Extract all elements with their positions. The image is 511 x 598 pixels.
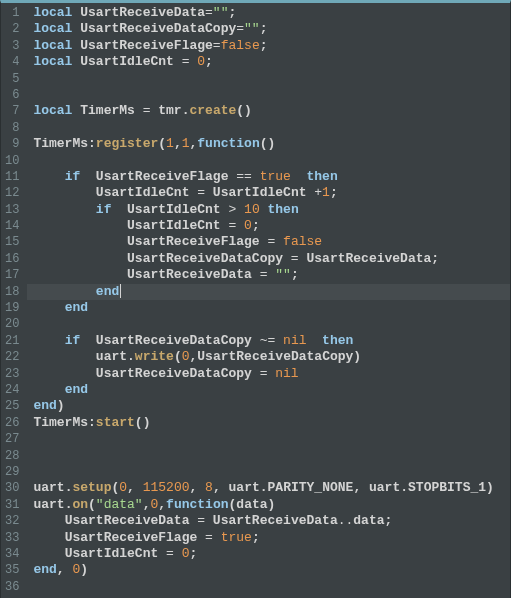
line-number: 12 [5, 185, 19, 201]
line-number: 24 [5, 382, 19, 398]
text-cursor [120, 284, 121, 298]
line-number: 25 [5, 398, 19, 414]
line-number: 8 [5, 120, 19, 136]
line-number: 15 [5, 234, 19, 250]
line-number: 26 [5, 415, 19, 431]
line-number: 28 [5, 448, 19, 464]
code-line[interactable]: if UsartReceiveDataCopy ~= nil then [33, 333, 510, 349]
code-line[interactable]: local UsartReceiveData=""; [33, 5, 510, 21]
line-number: 31 [5, 497, 19, 513]
code-editor[interactable]: 1234567891011121314151617181920212223242… [0, 0, 511, 598]
line-number: 36 [5, 579, 19, 595]
code-line[interactable]: TimerMs:register(1,1,function() [33, 136, 510, 152]
line-number: 7 [5, 103, 19, 119]
code-line[interactable] [33, 120, 510, 136]
line-number: 32 [5, 513, 19, 529]
line-number: 23 [5, 366, 19, 382]
code-line[interactable]: if UsartIdleCnt > 10 then [33, 202, 510, 218]
code-line[interactable] [33, 431, 510, 447]
code-line[interactable]: end [33, 300, 510, 316]
line-number: 27 [5, 431, 19, 447]
line-number: 5 [5, 71, 19, 87]
code-line[interactable]: uart.setup(0, 115200, 8, uart.PARITY_NON… [33, 480, 510, 496]
line-number: 21 [5, 333, 19, 349]
code-line[interactable]: UsartIdleCnt = UsartIdleCnt +1; [33, 185, 510, 201]
line-number: 4 [5, 54, 19, 70]
code-line[interactable]: local TimerMs = tmr.create() [33, 103, 510, 119]
line-number: 19 [5, 300, 19, 316]
line-number: 11 [5, 169, 19, 185]
line-number: 16 [5, 251, 19, 267]
line-number: 9 [5, 136, 19, 152]
code-line[interactable]: end, 0) [33, 562, 510, 578]
code-line[interactable]: UsartIdleCnt = 0; [33, 546, 510, 562]
line-number: 33 [5, 530, 19, 546]
line-number: 10 [5, 153, 19, 169]
line-number: 22 [5, 349, 19, 365]
code-line[interactable]: local UsartIdleCnt = 0; [33, 54, 510, 70]
code-line[interactable]: UsartReceiveData = ""; [33, 267, 510, 283]
code-line[interactable] [33, 316, 510, 332]
line-number: 17 [5, 267, 19, 283]
code-line[interactable] [33, 71, 510, 87]
code-line[interactable] [33, 87, 510, 103]
code-line[interactable]: uart.on("data",0,function(data) [33, 497, 510, 513]
code-line[interactable] [33, 448, 510, 464]
line-number: 34 [5, 546, 19, 562]
line-number: 3 [5, 38, 19, 54]
line-number: 18 [5, 284, 19, 300]
line-number: 2 [5, 21, 19, 37]
line-number: 13 [5, 202, 19, 218]
code-line[interactable]: UsartIdleCnt = 0; [33, 218, 510, 234]
line-gutter: 1234567891011121314151617181920212223242… [1, 3, 27, 598]
code-line[interactable]: if UsartReceiveFlage == true then [33, 169, 510, 185]
code-line[interactable]: end) [33, 398, 510, 414]
code-line[interactable]: end [33, 382, 510, 398]
code-line[interactable]: end [33, 284, 510, 300]
code-line[interactable] [33, 153, 510, 169]
code-line[interactable]: UsartReceiveFlage = false [33, 234, 510, 250]
code-line[interactable] [33, 579, 510, 595]
code-line[interactable]: UsartReceiveFlage = true; [33, 530, 510, 546]
code-line[interactable] [33, 464, 510, 480]
code-line[interactable]: local UsartReceiveFlage=false; [33, 38, 510, 54]
line-number: 1 [5, 5, 19, 21]
code-line[interactable]: UsartReceiveDataCopy = UsartReceiveData; [33, 251, 510, 267]
line-number: 14 [5, 218, 19, 234]
code-line[interactable]: uart.write(0,UsartReceiveDataCopy) [33, 349, 510, 365]
line-number: 20 [5, 316, 19, 332]
line-number: 29 [5, 464, 19, 480]
line-number: 6 [5, 87, 19, 103]
code-area[interactable]: local UsartReceiveData="";local UsartRec… [27, 3, 510, 598]
code-line[interactable]: UsartReceiveData = UsartReceiveData..dat… [33, 513, 510, 529]
code-line[interactable]: UsartReceiveDataCopy = nil [33, 366, 510, 382]
line-number: 35 [5, 562, 19, 578]
line-number: 30 [5, 480, 19, 496]
code-line[interactable]: local UsartReceiveDataCopy=""; [33, 21, 510, 37]
code-line[interactable]: TimerMs:start() [33, 415, 510, 431]
